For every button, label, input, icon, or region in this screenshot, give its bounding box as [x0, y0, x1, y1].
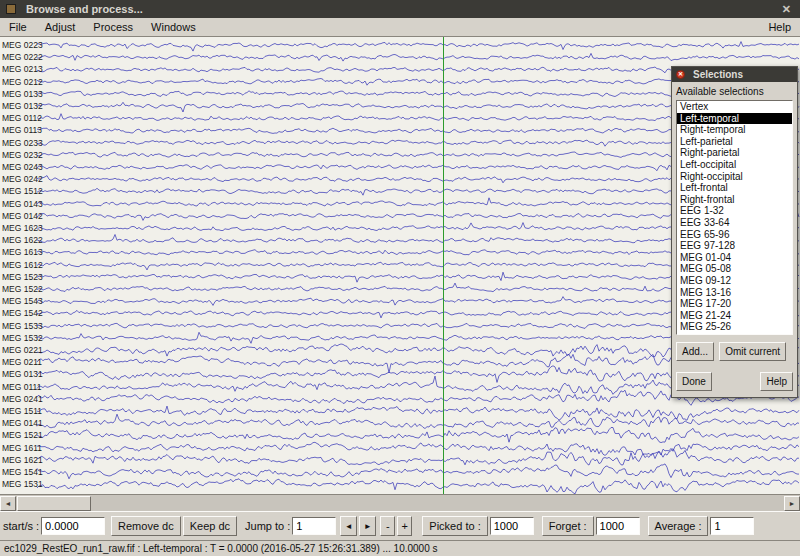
- channel-label[interactable]: MEG 1531: [2, 479, 43, 489]
- channel-label[interactable]: MEG 1511: [2, 406, 42, 416]
- picked-to-button[interactable]: Picked to :: [422, 516, 487, 536]
- channel-label[interactable]: MEG 0143: [2, 199, 43, 209]
- remove-dc-button[interactable]: Remove dc: [111, 516, 181, 536]
- channel-label[interactable]: MEG 1532: [2, 333, 43, 343]
- selection-item[interactable]: Left-parietal: [677, 136, 792, 148]
- selection-item[interactable]: Left-temporal: [677, 113, 792, 125]
- start-label: start/s :: [3, 520, 39, 532]
- horizontal-scrollbar[interactable]: ◄ ►: [0, 494, 800, 511]
- selection-item[interactable]: Vertex: [677, 101, 792, 113]
- channel-label[interactable]: MEG 1612: [2, 260, 43, 270]
- forget-button[interactable]: Forget :: [542, 516, 594, 536]
- selection-item[interactable]: MEG 25-26: [677, 321, 792, 333]
- menu-help[interactable]: Help: [759, 19, 800, 35]
- channel-label[interactable]: MEG 1543: [2, 296, 43, 306]
- menu-adjust[interactable]: Adjust: [36, 19, 85, 35]
- channel-label[interactable]: MEG 1622: [2, 235, 43, 245]
- selection-action-row: Add... Omit current: [676, 342, 793, 361]
- window-menu-icon[interactable]: [6, 4, 16, 14]
- status-bar: ec1029_RestEO_run1_raw.fif : Left-tempor…: [0, 540, 800, 556]
- channel-label[interactable]: MEG 1541: [2, 467, 43, 477]
- channel-label[interactable]: MEG 1533: [2, 321, 43, 331]
- dialog-title: Selections: [693, 69, 743, 80]
- add-selection-button[interactable]: Add...: [676, 342, 714, 361]
- channel-label[interactable]: MEG 0111: [2, 382, 41, 392]
- selection-item[interactable]: MEG 05-08: [677, 263, 792, 275]
- channel-label[interactable]: MEG 1611: [2, 443, 42, 453]
- channel-label[interactable]: MEG 0131: [2, 369, 43, 379]
- selection-item[interactable]: Left-occipital: [677, 159, 792, 171]
- channel-label[interactable]: MEG 0221: [2, 345, 43, 355]
- done-button[interactable]: Done: [676, 372, 712, 391]
- selection-item[interactable]: MEG 09-12: [677, 275, 792, 287]
- jump-to-input[interactable]: [292, 517, 336, 535]
- selection-item[interactable]: MEG 17-20: [677, 298, 792, 310]
- channel-label[interactable]: MEG 0132: [2, 101, 43, 111]
- dialog-help-button[interactable]: Help: [760, 372, 793, 391]
- title-bar[interactable]: Browse and process... ✕: [0, 0, 800, 18]
- channel-label[interactable]: MEG 0113: [2, 125, 42, 135]
- menu-file[interactable]: File: [0, 19, 36, 35]
- channel-label[interactable]: MEG 1522: [2, 284, 43, 294]
- window-close-icon[interactable]: ✕: [779, 3, 794, 16]
- menu-windows[interactable]: Windows: [142, 19, 205, 35]
- selections-dialog-titlebar[interactable]: ✕ Selections: [672, 67, 797, 82]
- channel-label[interactable]: MEG 0242: [2, 174, 43, 184]
- channel-label[interactable]: MEG 0133: [2, 89, 43, 99]
- channel-label[interactable]: MEG 0233: [2, 138, 43, 148]
- selection-item[interactable]: Right-frontal: [677, 194, 792, 206]
- channel-label[interactable]: MEG 0212: [2, 77, 43, 87]
- channel-label[interactable]: MEG 1512: [2, 186, 43, 196]
- zoom-out-button[interactable]: -: [380, 516, 395, 536]
- channel-label[interactable]: MEG 0213: [2, 64, 43, 74]
- scrollbar-thumb[interactable]: [17, 496, 91, 511]
- keep-dc-button[interactable]: Keep dc: [183, 516, 237, 536]
- selection-item[interactable]: EEG 65-96: [677, 229, 792, 241]
- channel-label[interactable]: MEG 0112: [2, 113, 42, 123]
- selection-item[interactable]: Right-occipital: [677, 171, 792, 183]
- step-back-button[interactable]: ◄: [340, 516, 357, 536]
- selections-dialog-body: Available selections VertexLeft-temporal…: [672, 82, 797, 397]
- channel-label[interactable]: MEG 0142: [2, 211, 43, 221]
- channel-label[interactable]: MEG 0232: [2, 150, 43, 160]
- dialog-bottom-row: Done Help: [676, 372, 793, 391]
- channel-label[interactable]: MEG 1523: [2, 272, 43, 282]
- selection-item[interactable]: Right-parietal: [677, 147, 792, 159]
- channel-label[interactable]: MEG 1613: [2, 247, 43, 257]
- time-cursor[interactable]: [443, 37, 444, 494]
- selections-list[interactable]: VertexLeft-temporalRight-temporalLeft-pa…: [676, 100, 793, 335]
- channel-label[interactable]: MEG 0141: [2, 418, 43, 428]
- menu-process[interactable]: Process: [84, 19, 142, 35]
- jump-to-label: Jump to :: [245, 520, 290, 532]
- step-forward-button[interactable]: ►: [359, 516, 376, 536]
- channel-label[interactable]: MEG 0223: [2, 40, 43, 50]
- channel-label[interactable]: MEG 0241: [2, 394, 43, 404]
- window-title: Browse and process...: [26, 3, 779, 15]
- forget-input[interactable]: [596, 517, 640, 535]
- average-input[interactable]: [710, 517, 754, 535]
- zoom-in-button[interactable]: +: [397, 516, 412, 536]
- scroll-right-button[interactable]: ►: [784, 496, 800, 511]
- start-input[interactable]: [41, 517, 105, 535]
- channel-label[interactable]: MEG 1542: [2, 308, 43, 318]
- channel-label[interactable]: MEG 0243: [2, 162, 43, 172]
- channel-label[interactable]: MEG 1623: [2, 223, 43, 233]
- selection-item[interactable]: MEG 01-04: [677, 252, 792, 264]
- selection-item[interactable]: Right-temporal: [677, 124, 792, 136]
- omit-current-button[interactable]: Omit current: [719, 342, 786, 361]
- selection-item[interactable]: EEG 1-32: [677, 205, 792, 217]
- selection-item[interactable]: MEG 13-16: [677, 287, 792, 299]
- channel-label[interactable]: MEG 1621: [2, 455, 43, 465]
- selection-item[interactable]: Left-frontal: [677, 182, 792, 194]
- picked-to-input[interactable]: [490, 517, 534, 535]
- channel-label[interactable]: MEG 0211: [2, 357, 42, 367]
- selection-item[interactable]: MEG 21-24: [677, 310, 792, 322]
- average-button[interactable]: Average :: [648, 516, 709, 536]
- channel-label[interactable]: MEG 0222: [2, 52, 43, 62]
- scroll-left-button[interactable]: ◄: [0, 496, 16, 511]
- channel-label[interactable]: MEG 1521: [2, 430, 43, 440]
- selection-item[interactable]: EEG 97-128: [677, 240, 792, 252]
- selections-dialog: ✕ Selections Available selections Vertex…: [671, 66, 798, 398]
- dialog-close-icon[interactable]: ✕: [676, 70, 685, 79]
- selection-item[interactable]: EEG 33-64: [677, 217, 792, 229]
